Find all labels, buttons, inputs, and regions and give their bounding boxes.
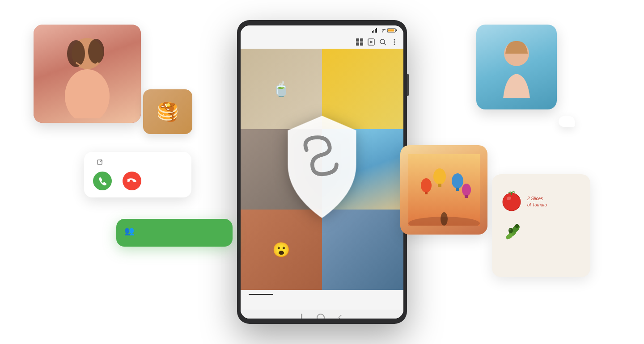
signal-icon: [372, 28, 377, 33]
svg-point-37: [462, 184, 471, 196]
tablet-screen: 🍵 😮: [241, 25, 403, 319]
svg-marker-13: [370, 41, 373, 43]
phone-decline-icon: [127, 176, 136, 185]
samsung-shield: [273, 111, 371, 227]
svg-rect-9: [360, 38, 363, 42]
svg-point-30: [441, 212, 448, 226]
call-contact-name: [93, 159, 182, 165]
photo-grid: 🍵 😮: [241, 49, 403, 290]
call-card: [84, 152, 191, 197]
hot-air-balloon-scene: [408, 154, 480, 226]
svg-rect-32: [425, 192, 428, 194]
accept-call-button[interactable]: [93, 172, 112, 190]
gallery-tabs: [241, 290, 403, 310]
svg-point-4: [382, 32, 383, 33]
svg-point-33: [433, 168, 446, 185]
svg-point-14: [380, 39, 385, 44]
olive-icon: [503, 221, 527, 245]
tomato-svg: [499, 188, 524, 212]
svg-rect-2: [375, 29, 376, 33]
nav-home[interactable]: [317, 314, 325, 319]
svg-rect-0: [372, 31, 373, 33]
svg-point-17: [394, 42, 395, 43]
system-nav: [241, 310, 403, 319]
message-bubble: [559, 116, 575, 127]
svg-rect-7: [388, 29, 394, 32]
battery-icon: [387, 28, 397, 33]
svg-point-18: [394, 44, 395, 45]
svg-point-22: [88, 39, 104, 64]
svg-rect-3: [376, 28, 377, 33]
shield-svg: [273, 111, 371, 227]
decline-call-button[interactable]: [123, 172, 141, 190]
nav-menu[interactable]: [301, 314, 302, 319]
svg-point-16: [394, 39, 395, 41]
more-icon[interactable]: [391, 38, 398, 46]
status-icons: [372, 28, 397, 33]
meeting-card: 👥: [116, 219, 233, 247]
tomato-label: 2 Slicesof Tomato: [527, 196, 583, 208]
svg-point-31: [421, 178, 432, 193]
external-link-icon: [97, 159, 103, 165]
olive-svg: [503, 221, 527, 243]
nav-back[interactable]: [338, 315, 344, 319]
tab-pictures[interactable]: [241, 293, 281, 295]
svg-line-15: [384, 43, 386, 45]
svg-rect-36: [456, 188, 459, 191]
gallery-toolbar: [241, 35, 403, 49]
svg-point-20: [65, 69, 110, 118]
svg-rect-34: [438, 184, 441, 187]
search-icon[interactable]: [379, 38, 386, 46]
recipe-card: 2 Slicesof Tomato: [492, 174, 590, 277]
svg-point-47: [515, 224, 519, 228]
friend-photo: [476, 25, 557, 109]
status-bar: [241, 25, 403, 35]
svg-rect-11: [360, 42, 363, 46]
svg-rect-8: [356, 38, 359, 42]
svg-rect-38: [465, 195, 468, 198]
grid-icon[interactable]: [356, 38, 363, 46]
svg-rect-6: [396, 29, 397, 31]
tablet-body: 🍵 😮: [237, 20, 407, 324]
phone-accept-icon: [98, 176, 107, 185]
svg-rect-10: [356, 42, 359, 46]
power-button[interactable]: [407, 74, 409, 96]
tomato-icon: [499, 188, 524, 216]
svg-point-48: [509, 229, 511, 231]
tablet: 🍵 😮: [237, 20, 407, 324]
wifi-icon: [379, 28, 386, 33]
pancake-photo: 🥞: [143, 89, 192, 134]
selfie-photo: [34, 25, 141, 123]
meeting-icon: 👥: [124, 226, 134, 236]
recipe-tomato-item: 2 Slicesof Tomato: [499, 188, 583, 216]
meeting-title: 👥: [124, 226, 225, 236]
selfie-person: [51, 29, 123, 118]
friend-person: [490, 31, 543, 103]
call-buttons: [93, 172, 182, 190]
slideshow-icon[interactable]: [368, 38, 375, 46]
recipe-olive-item: [499, 221, 583, 245]
svg-rect-1: [373, 30, 374, 33]
svg-point-46: [508, 228, 513, 233]
svg-point-35: [452, 173, 463, 189]
hot-air-balloon-photo: [400, 145, 487, 235]
